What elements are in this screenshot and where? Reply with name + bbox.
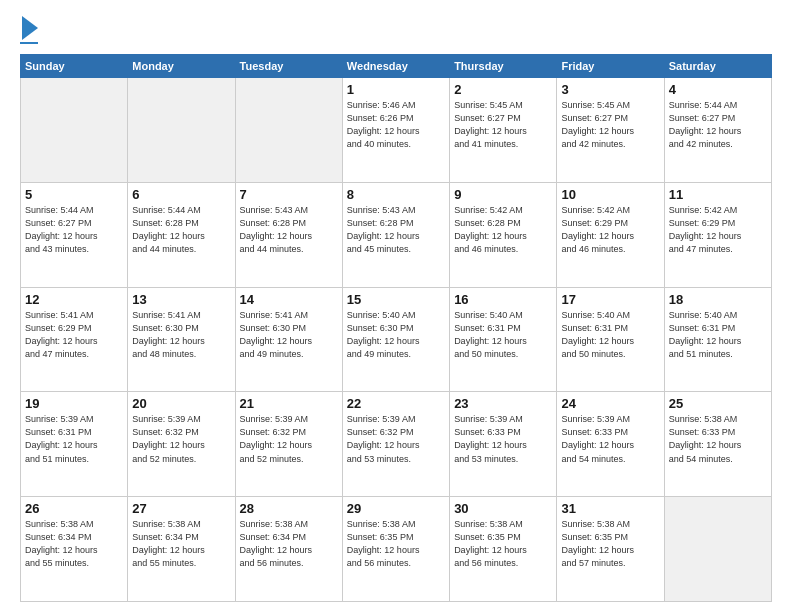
day-number: 21 <box>240 396 338 411</box>
weekday-thursday: Thursday <box>450 55 557 78</box>
day-info: Sunrise: 5:38 AM Sunset: 6:34 PM Dayligh… <box>132 518 230 570</box>
week-row-1: 1Sunrise: 5:46 AM Sunset: 6:26 PM Daylig… <box>21 78 772 183</box>
day-number: 13 <box>132 292 230 307</box>
day-cell: 27Sunrise: 5:38 AM Sunset: 6:34 PM Dayli… <box>128 497 235 602</box>
day-info: Sunrise: 5:43 AM Sunset: 6:28 PM Dayligh… <box>240 204 338 256</box>
day-cell <box>128 78 235 183</box>
day-info: Sunrise: 5:45 AM Sunset: 6:27 PM Dayligh… <box>561 99 659 151</box>
day-cell: 23Sunrise: 5:39 AM Sunset: 6:33 PM Dayli… <box>450 392 557 497</box>
header <box>20 16 772 44</box>
day-number: 26 <box>25 501 123 516</box>
day-cell <box>235 78 342 183</box>
day-number: 23 <box>454 396 552 411</box>
day-info: Sunrise: 5:44 AM Sunset: 6:27 PM Dayligh… <box>669 99 767 151</box>
day-number: 4 <box>669 82 767 97</box>
day-info: Sunrise: 5:38 AM Sunset: 6:33 PM Dayligh… <box>669 413 767 465</box>
day-cell: 17Sunrise: 5:40 AM Sunset: 6:31 PM Dayli… <box>557 287 664 392</box>
day-number: 12 <box>25 292 123 307</box>
day-cell: 19Sunrise: 5:39 AM Sunset: 6:31 PM Dayli… <box>21 392 128 497</box>
day-info: Sunrise: 5:41 AM Sunset: 6:29 PM Dayligh… <box>25 309 123 361</box>
week-row-3: 12Sunrise: 5:41 AM Sunset: 6:29 PM Dayli… <box>21 287 772 392</box>
day-cell: 15Sunrise: 5:40 AM Sunset: 6:30 PM Dayli… <box>342 287 449 392</box>
day-cell: 2Sunrise: 5:45 AM Sunset: 6:27 PM Daylig… <box>450 78 557 183</box>
day-info: Sunrise: 5:39 AM Sunset: 6:33 PM Dayligh… <box>561 413 659 465</box>
day-info: Sunrise: 5:42 AM Sunset: 6:29 PM Dayligh… <box>561 204 659 256</box>
day-number: 20 <box>132 396 230 411</box>
day-cell: 29Sunrise: 5:38 AM Sunset: 6:35 PM Dayli… <box>342 497 449 602</box>
week-row-4: 19Sunrise: 5:39 AM Sunset: 6:31 PM Dayli… <box>21 392 772 497</box>
weekday-saturday: Saturday <box>664 55 771 78</box>
day-info: Sunrise: 5:40 AM Sunset: 6:31 PM Dayligh… <box>454 309 552 361</box>
day-info: Sunrise: 5:42 AM Sunset: 6:28 PM Dayligh… <box>454 204 552 256</box>
day-info: Sunrise: 5:40 AM Sunset: 6:31 PM Dayligh… <box>561 309 659 361</box>
day-cell: 1Sunrise: 5:46 AM Sunset: 6:26 PM Daylig… <box>342 78 449 183</box>
day-info: Sunrise: 5:39 AM Sunset: 6:32 PM Dayligh… <box>240 413 338 465</box>
day-number: 16 <box>454 292 552 307</box>
day-cell: 31Sunrise: 5:38 AM Sunset: 6:35 PM Dayli… <box>557 497 664 602</box>
day-number: 10 <box>561 187 659 202</box>
logo-underline <box>20 42 38 44</box>
day-cell: 13Sunrise: 5:41 AM Sunset: 6:30 PM Dayli… <box>128 287 235 392</box>
day-number: 28 <box>240 501 338 516</box>
day-number: 15 <box>347 292 445 307</box>
day-info: Sunrise: 5:40 AM Sunset: 6:31 PM Dayligh… <box>669 309 767 361</box>
weekday-friday: Friday <box>557 55 664 78</box>
day-cell: 4Sunrise: 5:44 AM Sunset: 6:27 PM Daylig… <box>664 78 771 183</box>
day-number: 31 <box>561 501 659 516</box>
day-cell: 3Sunrise: 5:45 AM Sunset: 6:27 PM Daylig… <box>557 78 664 183</box>
day-number: 25 <box>669 396 767 411</box>
day-number: 27 <box>132 501 230 516</box>
day-cell: 30Sunrise: 5:38 AM Sunset: 6:35 PM Dayli… <box>450 497 557 602</box>
weekday-monday: Monday <box>128 55 235 78</box>
day-cell: 28Sunrise: 5:38 AM Sunset: 6:34 PM Dayli… <box>235 497 342 602</box>
day-number: 29 <box>347 501 445 516</box>
day-info: Sunrise: 5:45 AM Sunset: 6:27 PM Dayligh… <box>454 99 552 151</box>
day-cell: 9Sunrise: 5:42 AM Sunset: 6:28 PM Daylig… <box>450 182 557 287</box>
day-number: 2 <box>454 82 552 97</box>
day-cell: 16Sunrise: 5:40 AM Sunset: 6:31 PM Dayli… <box>450 287 557 392</box>
day-cell: 21Sunrise: 5:39 AM Sunset: 6:32 PM Dayli… <box>235 392 342 497</box>
day-number: 8 <box>347 187 445 202</box>
day-cell: 18Sunrise: 5:40 AM Sunset: 6:31 PM Dayli… <box>664 287 771 392</box>
day-info: Sunrise: 5:38 AM Sunset: 6:34 PM Dayligh… <box>25 518 123 570</box>
calendar-table: SundayMondayTuesdayWednesdayThursdayFrid… <box>20 54 772 602</box>
day-cell: 7Sunrise: 5:43 AM Sunset: 6:28 PM Daylig… <box>235 182 342 287</box>
day-info: Sunrise: 5:44 AM Sunset: 6:28 PM Dayligh… <box>132 204 230 256</box>
day-cell <box>21 78 128 183</box>
day-number: 24 <box>561 396 659 411</box>
day-number: 17 <box>561 292 659 307</box>
weekday-header-row: SundayMondayTuesdayWednesdayThursdayFrid… <box>21 55 772 78</box>
day-info: Sunrise: 5:38 AM Sunset: 6:35 PM Dayligh… <box>561 518 659 570</box>
day-cell: 12Sunrise: 5:41 AM Sunset: 6:29 PM Dayli… <box>21 287 128 392</box>
day-number: 30 <box>454 501 552 516</box>
day-number: 9 <box>454 187 552 202</box>
day-cell: 24Sunrise: 5:39 AM Sunset: 6:33 PM Dayli… <box>557 392 664 497</box>
day-number: 18 <box>669 292 767 307</box>
day-number: 1 <box>347 82 445 97</box>
day-cell: 14Sunrise: 5:41 AM Sunset: 6:30 PM Dayli… <box>235 287 342 392</box>
day-cell: 8Sunrise: 5:43 AM Sunset: 6:28 PM Daylig… <box>342 182 449 287</box>
day-info: Sunrise: 5:39 AM Sunset: 6:32 PM Dayligh… <box>347 413 445 465</box>
day-info: Sunrise: 5:38 AM Sunset: 6:35 PM Dayligh… <box>454 518 552 570</box>
day-cell: 11Sunrise: 5:42 AM Sunset: 6:29 PM Dayli… <box>664 182 771 287</box>
weekday-sunday: Sunday <box>21 55 128 78</box>
day-number: 14 <box>240 292 338 307</box>
day-info: Sunrise: 5:43 AM Sunset: 6:28 PM Dayligh… <box>347 204 445 256</box>
day-number: 19 <box>25 396 123 411</box>
day-info: Sunrise: 5:39 AM Sunset: 6:31 PM Dayligh… <box>25 413 123 465</box>
day-cell: 5Sunrise: 5:44 AM Sunset: 6:27 PM Daylig… <box>21 182 128 287</box>
day-number: 7 <box>240 187 338 202</box>
page: SundayMondayTuesdayWednesdayThursdayFrid… <box>0 0 792 612</box>
day-info: Sunrise: 5:41 AM Sunset: 6:30 PM Dayligh… <box>132 309 230 361</box>
week-row-2: 5Sunrise: 5:44 AM Sunset: 6:27 PM Daylig… <box>21 182 772 287</box>
day-info: Sunrise: 5:40 AM Sunset: 6:30 PM Dayligh… <box>347 309 445 361</box>
day-number: 5 <box>25 187 123 202</box>
day-info: Sunrise: 5:46 AM Sunset: 6:26 PM Dayligh… <box>347 99 445 151</box>
day-info: Sunrise: 5:38 AM Sunset: 6:34 PM Dayligh… <box>240 518 338 570</box>
weekday-wednesday: Wednesday <box>342 55 449 78</box>
day-info: Sunrise: 5:41 AM Sunset: 6:30 PM Dayligh… <box>240 309 338 361</box>
day-info: Sunrise: 5:39 AM Sunset: 6:33 PM Dayligh… <box>454 413 552 465</box>
day-cell: 10Sunrise: 5:42 AM Sunset: 6:29 PM Dayli… <box>557 182 664 287</box>
logo-arrow-icon <box>22 16 38 40</box>
day-cell: 26Sunrise: 5:38 AM Sunset: 6:34 PM Dayli… <box>21 497 128 602</box>
